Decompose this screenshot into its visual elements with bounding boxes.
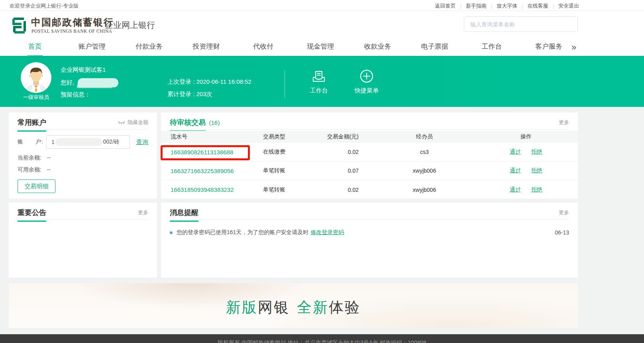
top-link-zoom-font[interactable]: 放大字体 — [497, 2, 517, 10]
tab-cash-mgmt[interactable]: 现金管理 — [292, 40, 349, 56]
workbench-label: 工作台 — [295, 87, 343, 95]
change-password-link[interactable]: 修改登录密码 — [310, 229, 344, 236]
bank-name-en: POSTAL SAVINGS BANK OF CHINA — [31, 29, 112, 34]
user-role: 一级审核员 — [15, 94, 57, 101]
account-label: 账 户: — [18, 138, 46, 146]
divider: | — [460, 3, 461, 9]
greeting-text: 您好, — [61, 79, 74, 87]
avatar — [21, 62, 51, 93]
promo-banner: 新版网银全新体验 — [9, 283, 578, 328]
table-header: 流水号 交易类型 交易金额(元) 经办员 操作 — [161, 131, 578, 143]
transaction-detail-button[interactable]: 交易明细 — [18, 179, 55, 193]
txn-operator: xwyjb006 — [359, 168, 490, 174]
workbench-icon — [311, 69, 326, 84]
panel-header: 待审核交易 (16) 更多 — [170, 112, 569, 130]
txn-type: 单笔转账 — [263, 167, 323, 174]
slogan-seg4: 体验 — [329, 299, 361, 315]
header: 中国邮政储蓄银行 POSTAL SAVINGS BANK OF CHINA 企业… — [0, 11, 644, 40]
tab-account-mgmt[interactable]: 账户管理 — [63, 40, 120, 56]
approve-link[interactable]: 通过 — [510, 186, 521, 193]
promo-slogan: 新版网银全新体验 — [9, 298, 578, 317]
more-link[interactable]: 更多 — [138, 209, 148, 216]
top-utility-bar: 欢迎登录企业网上银行-专业版 返回首页| 新手指南| 放大字体| 在线客服| 安… — [0, 0, 644, 11]
message-text: 您的登录密码已使用161天，为了您的账户安全请及时 — [177, 229, 308, 236]
col-actions: 操作 — [490, 133, 578, 140]
account-number-suffix: 002/砖 — [103, 138, 120, 146]
hide-amount-toggle[interactable]: 隐藏金额 — [118, 119, 148, 126]
slogan-seg3: 全新 — [297, 299, 329, 315]
message-item: 您的登录密码已使用161天，为了您的账户安全请及时 修改登录密码 06-13 — [170, 229, 569, 236]
current-balance-row: 当前余额: -- — [18, 154, 51, 162]
top-link-safe-exit[interactable]: 安全退出 — [558, 2, 579, 10]
panel-title: 重要公告 — [18, 208, 46, 222]
account-number-prefix: 1 — [51, 139, 55, 145]
copyright-text: 版权所有 中国邮政储蓄银行 地址：北京市西城区金融大街3号A座 邮政编码：100… — [0, 339, 644, 343]
top-link-online-service[interactable]: 在线客服 — [528, 2, 548, 10]
message-reminders-panel: 消息提醒 更多 您的登录密码已使用161天，为了您的账户安全请及时 修改登录密码… — [161, 203, 578, 278]
panel-title: 常用账户 — [18, 118, 46, 132]
divider: | — [553, 3, 554, 9]
nav-tabs: 首页 账户管理 付款业务 投资理财 代收付 现金管理 收款业务 电子票据 工作台… — [6, 40, 577, 56]
table-row: 1663185093948383232 单笔转账 0.02 xwyjb006 通… — [161, 180, 578, 199]
message-date: 06-13 — [555, 229, 569, 236]
reject-link[interactable]: 拒绝 — [531, 167, 542, 173]
serial-link[interactable]: 1663271663225389056 — [171, 168, 234, 174]
main-nav: 首页 账户管理 付款业务 投资理财 代收付 现金管理 收款业务 电子票据 工作台… — [0, 40, 644, 56]
divider — [285, 70, 285, 98]
more-link[interactable]: 更多 — [559, 209, 569, 216]
txn-type: 单笔转账 — [263, 186, 323, 193]
top-links: 返回首页| 新手指南| 放大字体| 在线客服| 安全退出 — [435, 2, 579, 10]
reject-link[interactable]: 拒绝 — [531, 186, 542, 193]
tab-payment[interactable]: 付款业务 — [121, 40, 178, 56]
slogan-seg1: 新版 — [226, 299, 258, 315]
tab-receivables[interactable]: 收款业务 — [349, 40, 406, 56]
last-login-text: 上次登录 : 2020-06-11 16:08:52 — [167, 78, 251, 86]
txn-operator: xwyjb006 — [359, 187, 490, 193]
common-accounts-panel: 常用账户 隐藏金额 账 户: 1 002/砖 查询 当前余额: -- 可用余额:… — [9, 112, 157, 199]
col-serial: 流水号 — [161, 133, 263, 140]
panel-header: 常用账户 隐藏金额 — [18, 112, 148, 130]
pending-count: (16) — [209, 119, 220, 126]
account-selector[interactable]: 1 002/砖 — [46, 135, 130, 149]
quick-menu-shortcut[interactable]: 快捷菜单 — [343, 69, 391, 95]
redacted-account-number — [55, 138, 102, 146]
quick-menu-label: 快捷菜单 — [343, 87, 391, 95]
tab-investment[interactable]: 投资理财 — [178, 40, 235, 56]
top-link-home[interactable]: 返回首页 — [435, 2, 456, 10]
table-row: 1663890826113138688 在线缴费 0.02 cs3 通过 拒绝 — [161, 143, 578, 162]
query-link[interactable]: 查询 — [136, 138, 148, 146]
table-row: 1663271663225389056 单笔转账 0.07 xwyjb006 通… — [161, 162, 578, 180]
panel-header: 重要公告 更多 — [18, 203, 148, 220]
divider — [98, 16, 99, 34]
tab-e-bills[interactable]: 电子票据 — [406, 40, 463, 56]
slogan-seg2: 网银 — [258, 299, 290, 315]
panel-header: 消息提醒 更多 — [170, 203, 569, 220]
tab-home[interactable]: 首页 — [6, 40, 63, 56]
reserved-info-label: 预留信息： — [61, 91, 90, 99]
tab-workbench[interactable]: 工作台 — [463, 40, 520, 56]
txn-type: 在线缴费 — [263, 148, 323, 156]
panel-title: 消息提醒 — [170, 208, 198, 222]
workbench-shortcut[interactable]: 工作台 — [295, 69, 343, 95]
more-link[interactable]: 更多 — [559, 119, 569, 126]
bank-name-cn: 中国邮政储蓄银行 — [31, 16, 114, 29]
txn-amount: 0.02 — [323, 149, 359, 155]
serial-link[interactable]: 1663890826113138688 — [171, 149, 233, 156]
menu-search-input[interactable] — [464, 16, 578, 32]
hide-amount-label: 隐藏金额 — [128, 119, 148, 126]
approve-link[interactable]: 通过 — [510, 148, 521, 155]
company-name: 企业网银测试客1 — [61, 66, 106, 74]
available-balance-row: 可用余额: -- — [18, 166, 51, 173]
tab-collection-payment[interactable]: 代收付 — [235, 40, 292, 56]
available-balance-value: -- — [47, 166, 51, 173]
reject-link[interactable]: 拒绝 — [531, 148, 542, 155]
nav-more-chevron-icon[interactable]: » — [567, 40, 579, 56]
footer: 版权所有 中国邮政储蓄银行 地址：北京市西城区金融大街3号A座 邮政编码：100… — [0, 334, 644, 343]
col-operator: 经办员 — [359, 133, 490, 140]
approve-link[interactable]: 通过 — [510, 167, 521, 173]
account-select-row: 账 户: 1 002/砖 查询 — [18, 135, 148, 149]
redacted-username — [78, 78, 118, 87]
top-link-guide[interactable]: 新手指南 — [466, 2, 487, 10]
bullet-icon — [170, 231, 173, 234]
serial-link[interactable]: 1663185093948383232 — [171, 186, 234, 193]
